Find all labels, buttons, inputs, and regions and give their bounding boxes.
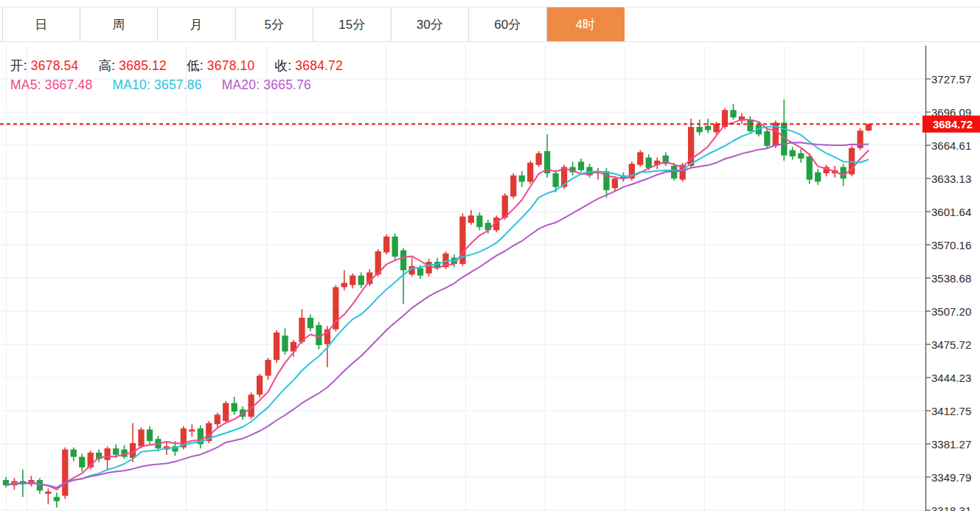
ma-label: MA5: xyxy=(10,77,41,92)
candle-body xyxy=(189,429,195,431)
ohlc-group: 低: 3678.10 xyxy=(187,58,255,73)
candle-body xyxy=(815,173,821,182)
candle-body xyxy=(866,124,872,131)
ma-group: MA5: 3667.48 xyxy=(10,77,92,92)
candle-body xyxy=(552,173,558,187)
y-tick-label: 3381.27 xyxy=(931,438,971,451)
candle-body xyxy=(696,127,702,132)
ohlc-label: 低: xyxy=(187,58,204,73)
ma-label: MA20: xyxy=(222,77,260,92)
ma-readout: MA5: 3667.48MA10: 3657.86MA20: 3665.76 xyxy=(10,77,331,93)
ma-group: MA20: 3665.76 xyxy=(222,77,311,92)
candle-body xyxy=(147,429,153,441)
ohlc-value: 3678.54 xyxy=(27,58,79,73)
ma10-line xyxy=(6,126,869,487)
candle-body xyxy=(476,215,482,227)
ma-group: MA10: 3657.86 xyxy=(112,77,201,92)
candle-body xyxy=(45,492,51,494)
candle-body xyxy=(840,167,846,178)
y-tick-label: 3538.68 xyxy=(931,272,971,285)
y-tick-label: 3444.23 xyxy=(931,372,971,384)
ohlc-label: 收: xyxy=(275,58,292,73)
candle-body xyxy=(764,131,770,146)
candle-body xyxy=(637,152,643,164)
candle-body xyxy=(358,276,364,285)
ohlc-group: 收: 3684.72 xyxy=(275,58,344,73)
candle-body xyxy=(392,237,398,257)
y-tick-label: 3349.79 xyxy=(931,471,971,484)
candle-body xyxy=(37,480,43,490)
ohlc-group: 开: 3678.54 xyxy=(10,58,79,73)
candle-body xyxy=(138,429,144,446)
candle-body xyxy=(79,457,85,467)
candle-body xyxy=(113,448,119,455)
y-tick-label: 3570.16 xyxy=(931,239,971,251)
candle-body xyxy=(383,237,389,252)
candle-body xyxy=(730,110,736,117)
candle-body xyxy=(468,215,474,223)
ma-value: 3667.48 xyxy=(41,77,93,92)
ohlc-value: 3685.12 xyxy=(115,58,167,73)
ma5-line xyxy=(6,119,869,490)
candle-body xyxy=(105,448,111,460)
candle-body xyxy=(578,161,584,170)
ma-label: MA10: xyxy=(112,77,150,92)
candle-body xyxy=(713,124,719,132)
candle-body xyxy=(274,333,279,360)
candle-body xyxy=(705,126,711,131)
candle-body xyxy=(265,360,271,375)
ohlc-value: 3678.10 xyxy=(204,58,255,73)
candle-body xyxy=(62,450,68,496)
candle-body xyxy=(282,336,288,351)
ma-value: 3657.86 xyxy=(150,77,202,92)
candle-body xyxy=(671,166,677,178)
candlestick-chart[interactable]: 3727.573696.093664.613633.133601.643570.… xyxy=(0,0,980,511)
candle-body xyxy=(223,403,229,421)
chart-widget: 日周月5分15分30分60分4时 开: 3678.54高: 3685.12低: … xyxy=(0,0,980,511)
y-tick-label: 3507.20 xyxy=(931,305,971,318)
candle-body xyxy=(536,153,542,165)
candle-body xyxy=(807,156,813,179)
candle-body xyxy=(307,318,313,328)
candle-body xyxy=(417,268,423,276)
candle-body xyxy=(54,497,60,501)
candle-body xyxy=(232,403,237,411)
y-tick-label: 3601.64 xyxy=(931,206,971,218)
candle-body xyxy=(425,262,431,274)
candle-body xyxy=(71,450,77,457)
y-tick-label: 3412.75 xyxy=(931,405,971,417)
candle-body xyxy=(612,178,618,188)
candle-body xyxy=(798,153,804,159)
candle-body xyxy=(333,287,338,329)
y-tick-label: 3633.13 xyxy=(931,173,971,185)
candle-body xyxy=(215,414,220,424)
ohlc-group: 高: 3685.12 xyxy=(99,58,167,73)
candle-body xyxy=(350,276,355,285)
ohlc-value: 3684.72 xyxy=(291,58,343,73)
ohlc-label: 高: xyxy=(99,58,116,73)
ma-value: 3665.76 xyxy=(260,77,311,92)
candle-body xyxy=(510,175,516,197)
candle-body xyxy=(257,375,263,394)
y-tick-label: 3475.72 xyxy=(931,338,971,351)
candle-body xyxy=(519,175,525,182)
y-tick-label: 3727.57 xyxy=(931,73,971,86)
y-tick-label: 3664.61 xyxy=(931,139,971,152)
candle-body xyxy=(341,283,347,288)
ohlc-label: 开: xyxy=(10,58,27,73)
candle-body xyxy=(646,158,652,168)
candle-body xyxy=(527,163,533,182)
current-price-badge-label: 3684.72 xyxy=(933,118,973,131)
candle-body xyxy=(857,131,863,148)
y-tick-label: 3318.31 xyxy=(931,504,971,511)
candle-body xyxy=(400,250,406,270)
candle-body xyxy=(747,119,753,131)
candle-body xyxy=(790,150,796,157)
ma20-line xyxy=(6,142,869,487)
ohlc-readout: 开: 3678.54高: 3685.12低: 3678.10收: 3684.72 xyxy=(10,57,363,74)
